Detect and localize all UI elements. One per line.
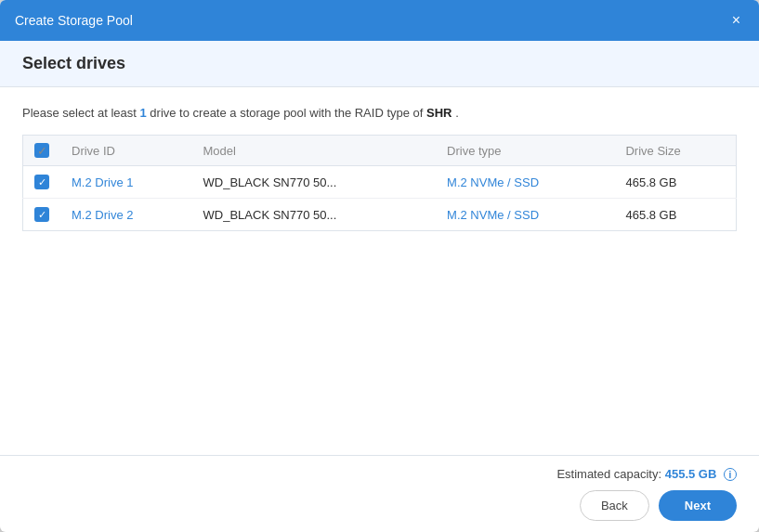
drive-id-cell: M.2 Drive 2 bbox=[60, 199, 192, 231]
select-all-checkmark: ✓ bbox=[37, 144, 47, 158]
select-all-checkbox[interactable]: ✓ bbox=[34, 143, 49, 158]
row-checkbox-cell: ✓ bbox=[23, 166, 61, 199]
col-drive-size: Drive Size bbox=[614, 136, 736, 166]
modal-body: Please select at least 1 drive to create… bbox=[0, 87, 759, 455]
create-storage-pool-modal: Create Storage Pool × Select drives Plea… bbox=[0, 0, 759, 532]
col-model: Model bbox=[192, 136, 437, 166]
body-spacer bbox=[22, 231, 737, 436]
footer: Estimated capacity: 455.5 GB i Back Next bbox=[0, 455, 759, 533]
modal-title: Create Storage Pool bbox=[15, 13, 133, 28]
col-drive-id: Drive ID bbox=[60, 136, 192, 166]
drive-id-link-0[interactable]: M.2 Drive 1 bbox=[72, 175, 133, 189]
section-title: Select drives bbox=[22, 54, 737, 73]
drive-type-cell: M.2 NVMe / SSD bbox=[436, 166, 614, 199]
drive-type-value-0: M.2 NVMe / SSD bbox=[447, 175, 539, 189]
row-checkbox-cell: ✓ bbox=[23, 199, 61, 231]
estimated-label: Estimated capacity: bbox=[556, 467, 661, 481]
drive-size-cell: 465.8 GB bbox=[614, 199, 736, 231]
table-row: ✓M.2 Drive 2WD_BLACK SN770 50...M.2 NVMe… bbox=[23, 199, 737, 231]
estimated-capacity: Estimated capacity: 455.5 GB i bbox=[22, 467, 737, 482]
row-0-checkbox[interactable]: ✓ bbox=[34, 175, 49, 189]
desc-prefix: Please select at least bbox=[22, 106, 139, 120]
drive-model-cell: WD_BLACK SN770 50... bbox=[192, 199, 437, 231]
drive-id-cell: M.2 Drive 1 bbox=[60, 166, 192, 199]
info-icon[interactable]: i bbox=[724, 468, 737, 481]
modal-subheader: Select drives bbox=[0, 41, 759, 87]
button-row: Back Next bbox=[22, 490, 737, 521]
modal-header: Create Storage Pool × bbox=[0, 0, 759, 41]
col-check: ✓ bbox=[23, 136, 61, 166]
drive-model-cell: WD_BLACK SN770 50... bbox=[192, 166, 437, 199]
desc-suffix: . bbox=[455, 106, 459, 120]
drive-type-cell: M.2 NVMe / SSD bbox=[436, 199, 614, 231]
desc-middle: drive to create a storage pool with the … bbox=[150, 106, 426, 120]
table-row: ✓M.2 Drive 1WD_BLACK SN770 50...M.2 NVMe… bbox=[23, 166, 737, 199]
table-header-row: ✓ Drive ID Model Drive type Drive Size bbox=[23, 136, 737, 166]
col-drive-type: Drive type bbox=[436, 136, 614, 166]
row-0-checkmark: ✓ bbox=[38, 177, 46, 188]
drive-table: ✓ Drive ID Model Drive type Drive Size ✓… bbox=[22, 135, 737, 231]
drive-table-body: ✓M.2 Drive 1WD_BLACK SN770 50...M.2 NVMe… bbox=[23, 166, 737, 231]
description-text: Please select at least 1 drive to create… bbox=[22, 106, 737, 120]
back-button[interactable]: Back bbox=[580, 490, 649, 521]
desc-raid: SHR bbox=[426, 106, 451, 120]
row-1-checkmark: ✓ bbox=[38, 210, 46, 220]
close-button[interactable]: × bbox=[728, 11, 744, 30]
drive-id-link-1[interactable]: M.2 Drive 2 bbox=[72, 208, 133, 222]
drive-type-value-1: M.2 NVMe / SSD bbox=[447, 208, 539, 222]
next-button[interactable]: Next bbox=[659, 490, 737, 521]
row-1-checkbox[interactable]: ✓ bbox=[34, 207, 49, 222]
drive-size-cell: 465.8 GB bbox=[614, 166, 736, 199]
estimated-value: 455.5 GB bbox=[665, 467, 717, 481]
desc-num: 1 bbox=[139, 106, 146, 120]
